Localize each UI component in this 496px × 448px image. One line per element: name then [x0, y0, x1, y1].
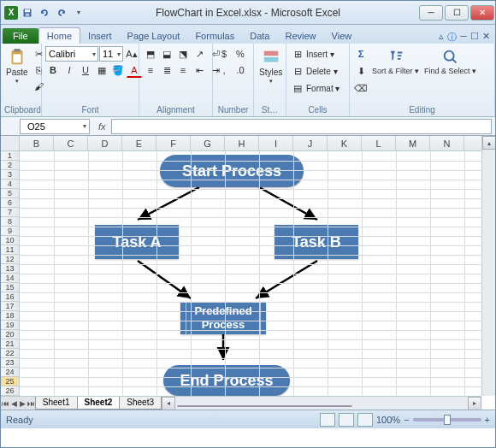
column-header[interactable]: I	[259, 136, 293, 150]
view-page-layout-icon[interactable]	[339, 413, 354, 427]
row-header[interactable]: 24	[1, 368, 19, 377]
delete-cells-icon[interactable]: ⊟	[290, 63, 305, 79]
scroll-right-icon[interactable]: ▸	[468, 397, 481, 410]
row-header[interactable]: 22	[1, 349, 19, 358]
clear-icon[interactable]: ⌫	[353, 80, 369, 96]
underline-button[interactable]: U	[78, 62, 93, 78]
column-header[interactable]: G	[191, 136, 225, 150]
align-right-icon[interactable]: ≡	[175, 62, 191, 78]
formula-input[interactable]	[111, 119, 492, 134]
row-header[interactable]: 9	[1, 227, 19, 236]
column-header[interactable]: C	[54, 136, 88, 150]
font-name-combo[interactable]: Calibri	[45, 46, 98, 62]
sort-filter-button[interactable]: Sort & Filter ▾	[370, 46, 421, 77]
close-button[interactable]: ✕	[470, 5, 494, 21]
border-icon[interactable]: ▦	[94, 62, 109, 78]
flowchart-end[interactable]: End Process	[163, 365, 290, 396]
undo-icon[interactable]	[37, 5, 52, 21]
row-header[interactable]: 23	[1, 358, 19, 368]
column-header[interactable]: L	[362, 136, 396, 150]
row-header[interactable]: 16	[1, 292, 19, 302]
doc-restore-icon[interactable]: ☐	[470, 31, 479, 44]
row-header[interactable]: 18	[1, 311, 19, 321]
format-button[interactable]: Format ▾	[306, 84, 340, 93]
accounting-icon[interactable]: $	[216, 46, 232, 62]
zoom-in-button[interactable]: +	[485, 415, 490, 425]
redo-icon[interactable]	[54, 5, 69, 21]
flowchart-task-a[interactable]: Task A	[95, 225, 179, 259]
find-select-button[interactable]: Find & Select ▾	[422, 46, 478, 77]
ribbon-minimize-icon[interactable]: ▵	[439, 31, 444, 44]
fill-icon[interactable]: ⬇	[353, 63, 369, 79]
row-header[interactable]: 19	[1, 321, 19, 330]
worksheet-grid[interactable]: BCDEFGHIJKLMN 12345678910111213141516171…	[1, 136, 495, 410]
format-cells-icon[interactable]: ▤	[290, 80, 305, 96]
row-header[interactable]: 26	[1, 386, 19, 396]
align-top-icon[interactable]: ⬒	[143, 46, 158, 62]
zoom-level[interactable]: 100%	[376, 415, 400, 425]
scroll-left-icon[interactable]: ◂	[162, 397, 175, 410]
bold-button[interactable]: B	[45, 62, 61, 78]
horizontal-scrollbar[interactable]: ◂ ▸	[162, 396, 481, 410]
align-bottom-icon[interactable]: ⬔	[175, 46, 191, 62]
percent-icon[interactable]: %	[233, 46, 248, 62]
align-left-icon[interactable]: ≡	[143, 62, 158, 78]
zoom-out-button[interactable]: −	[404, 415, 409, 425]
maximize-button[interactable]: ☐	[445, 5, 469, 21]
help-icon[interactable]: ⓘ	[447, 31, 457, 44]
flowchart-task-b[interactable]: Task B	[275, 225, 358, 259]
column-header[interactable]: H	[225, 136, 259, 150]
sheet-nav-first[interactable]: ⏮	[1, 399, 9, 408]
row-header[interactable]: 11	[1, 245, 19, 255]
doc-close-icon[interactable]: ✕	[482, 31, 490, 44]
grow-font-icon[interactable]: A▴	[124, 46, 139, 62]
comma-icon[interactable]: ,	[216, 62, 232, 78]
align-middle-icon[interactable]: ⬓	[159, 46, 174, 62]
row-header[interactable]: 13	[1, 264, 19, 274]
insert-cells-icon[interactable]: ⊞	[290, 46, 305, 62]
vertical-scrollbar[interactable]: ▴	[481, 136, 495, 396]
increase-decimal-icon[interactable]: .0	[233, 62, 248, 78]
row-header[interactable]: 7	[1, 208, 19, 217]
sheet-nav-prev[interactable]: ◀	[9, 399, 18, 408]
row-header[interactable]: 21	[1, 339, 19, 349]
delete-button[interactable]: Delete ▾	[306, 67, 338, 76]
row-header[interactable]: 12	[1, 255, 19, 264]
row-header[interactable]: 2	[1, 161, 19, 170]
column-header[interactable]: E	[122, 136, 156, 150]
column-header[interactable]: F	[156, 136, 191, 150]
sheet-nav-next[interactable]: ▶	[18, 399, 27, 408]
name-box[interactable]: O25	[20, 119, 90, 134]
tab-insert[interactable]: Insert	[80, 28, 120, 44]
view-page-break-icon[interactable]	[357, 413, 373, 427]
row-header[interactable]: 15	[1, 283, 19, 292]
select-all-corner[interactable]	[1, 136, 20, 151]
font-size-combo[interactable]: 11	[99, 46, 123, 62]
column-header[interactable]: J	[293, 136, 328, 150]
row-header[interactable]: 6	[1, 198, 19, 208]
column-header[interactable]: N	[430, 136, 464, 150]
paste-button[interactable]: Paste ▾	[4, 46, 30, 86]
sheet-tab-3[interactable]: Sheet3	[119, 397, 162, 410]
row-header[interactable]: 8	[1, 217, 19, 227]
autosum-icon[interactable]: Σ	[353, 46, 369, 62]
orientation-icon[interactable]: ↗	[192, 46, 207, 62]
qat-dropdown-icon[interactable]: ▾	[71, 5, 86, 21]
row-header[interactable]: 4	[1, 180, 19, 189]
column-header[interactable]: D	[88, 136, 122, 150]
flowchart-start[interactable]: Start Process	[160, 155, 304, 187]
row-header[interactable]: 5	[1, 189, 19, 198]
fill-color-icon[interactable]: 🪣	[110, 62, 126, 78]
italic-button[interactable]: I	[62, 62, 77, 78]
styles-button[interactable]: Styles ▾	[257, 46, 284, 86]
tab-page-layout[interactable]: Page Layout	[120, 28, 188, 44]
row-header[interactable]: 1	[1, 151, 19, 161]
column-header[interactable]: K	[328, 136, 362, 150]
row-header[interactable]: 25	[1, 377, 19, 386]
tab-data[interactable]: Data	[242, 28, 277, 44]
decrease-indent-icon[interactable]: ⇤	[192, 62, 207, 78]
tab-view[interactable]: View	[324, 28, 360, 44]
scroll-up-icon[interactable]: ▴	[482, 136, 495, 150]
fx-icon[interactable]: fx	[98, 121, 106, 132]
tab-review[interactable]: Review	[277, 28, 323, 44]
